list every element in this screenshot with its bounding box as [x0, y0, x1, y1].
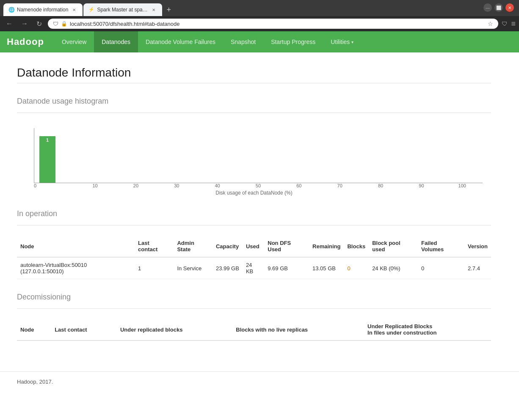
- x-label-100: 100: [442, 183, 483, 188]
- col-used: Used: [243, 236, 264, 257]
- new-tab-button[interactable]: +: [163, 4, 174, 16]
- in-operation-header-row: Node Last contact Admin State Capacity U…: [17, 236, 491, 257]
- spark-favicon: ⚡: [88, 7, 94, 13]
- histogram-chart: 1: [34, 128, 483, 183]
- col-last-contact: Last contact: [135, 236, 174, 257]
- in-operation-divider: [17, 225, 491, 225]
- col-block-pool-used: Block pool used: [369, 236, 418, 257]
- decomissioning-divider: [17, 308, 491, 309]
- histogram-title: Datanode usage histogram: [17, 97, 491, 106]
- histogram-bars: 1: [34, 128, 483, 183]
- refresh-button[interactable]: ↻: [34, 19, 44, 29]
- col-remaining: Remaining: [309, 236, 344, 257]
- decomm-col-under-replicated-in-files: Under Replicated Blocks In files under c…: [364, 319, 491, 340]
- histogram-divider: [17, 113, 491, 113]
- maximize-button[interactable]: ⬜: [494, 3, 503, 12]
- nav-startup-progress[interactable]: Startup Progress: [263, 31, 323, 52]
- cell-blocks: 0: [344, 257, 369, 279]
- nav-overview[interactable]: Overview: [54, 31, 94, 52]
- in-operation-section: In operation Node Last contact Admin Sta…: [17, 209, 491, 279]
- main-content: Datanode Information Datanode usage hist…: [0, 52, 508, 354]
- table-row: autolearn-VirtualBox:50010 (127.0.0.1:50…: [17, 257, 491, 279]
- in-operation-thead: Node Last contact Admin State Capacity U…: [17, 236, 491, 257]
- col-non-dfs-used: Non DFS Used: [264, 236, 309, 257]
- decomm-col-no-live-replicas: Blocks with no live replicas: [232, 319, 364, 340]
- address-bar: ← → ↻ 🛡 🔒 ☆ 🛡 ≡: [0, 16, 519, 31]
- x-label-20: 20: [116, 183, 156, 188]
- cell-admin-state: In Service: [174, 257, 213, 279]
- tab-spark-label: Spark Master at spark://...: [97, 7, 148, 13]
- hist-bar-0-label: 1: [46, 137, 49, 143]
- cell-capacity: 23.99 GB: [213, 257, 243, 279]
- hadoop-nav: Hadoop Overview Datanodes Datanode Volum…: [0, 31, 519, 52]
- tab-close-spark[interactable]: ✕: [150, 6, 157, 13]
- cell-block-pool-used: 24 KB (0%): [369, 257, 418, 279]
- cell-version: 2.7.4: [464, 257, 491, 279]
- cell-used: 24 KB: [243, 257, 264, 279]
- decomissioning-thead: Node Last contact Under replicated block…: [17, 319, 491, 340]
- decomissioning-table: Node Last contact Under replicated block…: [17, 319, 491, 341]
- x-label-80: 80: [360, 183, 401, 188]
- back-button[interactable]: ←: [3, 19, 15, 28]
- decomm-col-node: Node: [17, 319, 51, 340]
- footer-text: Hadoop, 2017.: [17, 379, 53, 385]
- x-label-50: 50: [238, 183, 279, 188]
- x-label-0: 0: [34, 183, 75, 188]
- cell-failed-volumes: 0: [418, 257, 464, 279]
- cell-non-dfs-used: 9.69 GB: [264, 257, 309, 279]
- x-axis-title: Disk usage of each DataNode (%): [17, 190, 491, 196]
- x-label-60: 60: [279, 183, 319, 188]
- tab-namenode-label: Namenode information: [17, 7, 68, 13]
- decomissioning-section: Decomissioning Node Last contact Under r…: [17, 293, 491, 341]
- shield-menu-icon: 🛡: [502, 20, 508, 27]
- x-label-30: 30: [156, 183, 197, 188]
- decomm-col-under-replicated: Under replicated blocks: [117, 319, 232, 340]
- browser-menu-button[interactable]: ≡: [511, 19, 516, 28]
- x-label-90: 90: [401, 183, 442, 188]
- cell-node: autolearn-VirtualBox:50010 (127.0.0.1:50…: [17, 257, 135, 279]
- window-controls: — ⬜ ✕: [483, 3, 514, 12]
- title-divider: [17, 83, 491, 83]
- decomissioning-header-row: Node Last contact Under replicated block…: [17, 319, 491, 340]
- lock-icon: 🔒: [61, 21, 67, 27]
- nav-datanode-volume-failures[interactable]: Datanode Volume Failures: [138, 31, 223, 52]
- x-label-10: 10: [75, 183, 115, 188]
- in-operation-tbody: autolearn-VirtualBox:50010 (127.0.0.1:50…: [17, 257, 491, 279]
- histogram-section: Datanode usage histogram 1: [17, 97, 491, 196]
- namenode-favicon: 🌐: [8, 7, 14, 13]
- minimize-button[interactable]: —: [483, 3, 492, 12]
- footer: Hadoop, 2017.: [0, 371, 519, 392]
- in-operation-table: Node Last contact Admin State Capacity U…: [17, 236, 491, 279]
- nav-snapshot[interactable]: Snapshot: [223, 31, 263, 52]
- in-operation-title: In operation: [17, 209, 491, 218]
- shield-icon: 🛡: [53, 21, 58, 27]
- tab-namenode[interactable]: 🌐 Namenode information ✕: [3, 3, 83, 16]
- x-label-40: 40: [197, 183, 237, 188]
- tab-close-namenode[interactable]: ✕: [71, 6, 77, 13]
- col-blocks: Blocks: [344, 236, 369, 257]
- address-input[interactable]: [70, 21, 485, 27]
- nav-datanodes[interactable]: Datanodes: [94, 31, 138, 52]
- col-version: Version: [464, 236, 491, 257]
- forward-button[interactable]: →: [19, 19, 30, 28]
- col-capacity: Capacity: [213, 236, 243, 257]
- hadoop-brand: Hadoop: [7, 36, 44, 47]
- x-label-70: 70: [320, 183, 360, 188]
- close-button[interactable]: ✕: [505, 3, 514, 12]
- col-failed-volumes: Failed Volumes: [418, 236, 464, 257]
- col-node: Node: [17, 236, 135, 257]
- cell-remaining: 13.05 GB: [309, 257, 344, 279]
- decomm-col-last-contact: Last contact: [51, 319, 117, 340]
- address-input-wrap: 🛡 🔒 ☆: [48, 19, 498, 29]
- x-axis-labels: 0 10 20 30 40 50 60 70 80 90 100: [34, 183, 483, 188]
- bookmark-star-icon[interactable]: ☆: [488, 20, 493, 27]
- histogram-wrap: 1 0 10 20 30 40 50 60 70 80 90 100: [17, 123, 491, 196]
- page-title: Datanode Information: [17, 66, 491, 80]
- cell-last-contact: 1: [135, 257, 174, 279]
- decomissioning-title: Decomissioning: [17, 293, 491, 302]
- tab-spark[interactable]: ⚡ Spark Master at spark://... ✕: [83, 3, 162, 16]
- hist-bar-0: 1: [39, 136, 55, 183]
- col-admin-state: Admin State: [174, 236, 213, 257]
- nav-utilities[interactable]: Utilities: [323, 31, 361, 52]
